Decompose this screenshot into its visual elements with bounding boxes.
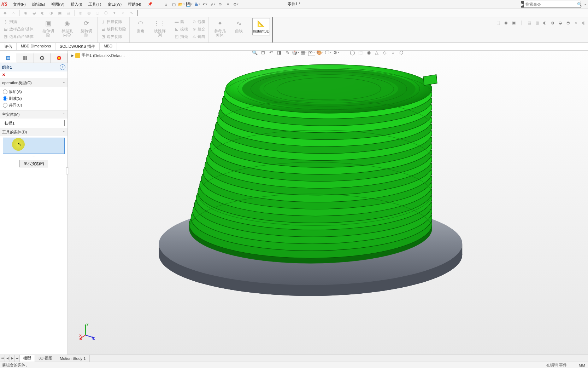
panel-flyout-handle[interactable]: [66, 167, 69, 174]
tool-bodies-listbox[interactable]: [3, 138, 65, 154]
hide-show-icon[interactable]: 👁: [308, 51, 315, 56]
sweep-button[interactable]: ⟆扫描: [2, 18, 35, 25]
graphics-viewport[interactable]: ▶ 零件1 (Default<<Defau... 🔍 ⊡ ↶ ◨ ✎ 🎲 ▦ 👁…: [68, 51, 588, 355]
menu-edit[interactable]: 编辑(E): [29, 0, 48, 8]
hud-icon-d[interactable]: △: [373, 51, 380, 56]
fillet-button[interactable]: ◠圆角: [132, 18, 149, 34]
save-icon[interactable]: 💾: [186, 1, 193, 7]
radio-common[interactable]: 共同(C): [3, 102, 65, 109]
open-icon[interactable]: 📂: [178, 1, 185, 7]
menu-view[interactable]: 视图(V): [48, 0, 67, 8]
intersect-button[interactable]: ⊗相交: [190, 25, 206, 33]
rt-icon-4[interactable]: │: [518, 19, 525, 26]
hud-icon-g[interactable]: ⬡: [398, 51, 405, 56]
draft-button[interactable]: ◣拔模: [173, 25, 189, 33]
menu-tools[interactable]: 工具(T): [86, 0, 104, 8]
tab-nav-prev[interactable]: ◀: [5, 355, 10, 362]
section-view-icon[interactable]: ◨: [276, 51, 283, 56]
tab-motion-study[interactable]: Motion Study 1: [56, 355, 89, 362]
show-preview-button[interactable]: 显示预览(P): [19, 160, 48, 167]
search-scope-icon[interactable]: ▶: [521, 1, 524, 7]
view-settings-icon[interactable]: ⚙: [333, 51, 340, 56]
rt-icon-2[interactable]: ◉: [502, 19, 510, 26]
cancel-icon[interactable]: ✕: [2, 73, 7, 77]
help-icon[interactable]: ?: [60, 64, 65, 70]
tab-model[interactable]: 模型: [20, 355, 35, 362]
mirror-button[interactable]: ⧊镜向: [190, 33, 206, 40]
tb-icon-12[interactable]: ⬡: [102, 10, 110, 16]
pm-top-handle[interactable]: ⋯: [0, 51, 67, 53]
rt-icon-10[interactable]: ◓: [565, 19, 572, 26]
shell-button[interactable]: ◰抽壳: [173, 33, 189, 40]
hud-icon-a[interactable]: ◯: [349, 51, 356, 56]
breadcrumb[interactable]: ▶ 零件1 (Default<<Defau...: [71, 53, 125, 58]
breadcrumb-config[interactable]: (Default<<Defau...: [93, 53, 125, 58]
status-units[interactable]: MM: [579, 363, 585, 367]
menu-window[interactable]: 窗口(W): [105, 0, 125, 8]
rt-icon-9[interactable]: ◒: [557, 19, 564, 26]
hud-icon-b[interactable]: ⬚: [357, 51, 364, 56]
tb-icon-1[interactable]: ◆: [1, 10, 8, 16]
tb-icon-5[interactable]: ◐: [39, 10, 46, 16]
edit-appearance-icon[interactable]: 🎨: [316, 51, 323, 56]
tab-nav-next[interactable]: ▶: [10, 355, 15, 362]
rt-icon-6[interactable]: ▥: [534, 19, 541, 26]
rt-icon-12[interactable]: ◎: [580, 19, 587, 26]
pm-tab-config[interactable]: [17, 53, 34, 63]
ref-geom-button[interactable]: ✦参考几何体: [211, 18, 229, 39]
menu-insert[interactable]: 插入(I): [68, 0, 85, 8]
tab-evaluate[interactable]: 评估: [0, 43, 17, 50]
menu-file[interactable]: 文件(F): [10, 0, 29, 8]
tb-icon-3[interactable]: ◉: [22, 10, 29, 16]
search-dropdown-icon[interactable]: ▾: [583, 3, 587, 6]
hole-wizard-button[interactable]: ◉异型孔向导: [58, 18, 76, 39]
search-box[interactable]: ▶ 🔍 ▾: [521, 1, 581, 8]
prev-view-icon[interactable]: ↶: [267, 51, 275, 56]
wrap-button[interactable]: ⊙包覆: [190, 18, 206, 25]
tb-icon-8[interactable]: ▤: [65, 10, 72, 16]
search-input[interactable]: [524, 2, 576, 6]
options-list-icon[interactable]: ≡: [225, 1, 231, 7]
zoom-area-icon[interactable]: ⊡: [259, 51, 266, 56]
curves-button[interactable]: ∿曲线: [230, 18, 248, 34]
breadcrumb-part[interactable]: 零件1: [82, 53, 92, 58]
rebuild-icon[interactable]: ⟳: [217, 1, 224, 7]
rt-icon-1[interactable]: ⬚: [495, 19, 502, 26]
tb-icon-15[interactable]: ∿: [128, 10, 135, 16]
home-icon[interactable]: ⌂: [163, 1, 169, 7]
tb-icon-6[interactable]: ◑: [48, 10, 55, 16]
listbox-handle[interactable]: ⋯: [3, 155, 65, 158]
tab-3d-view[interactable]: 3D 视图: [35, 355, 56, 362]
loft-button[interactable]: ⬓放样凸台/基体: [2, 25, 35, 33]
tab-nav-first[interactable]: ⏮: [0, 355, 5, 362]
rt-icon-8[interactable]: ◑: [549, 19, 556, 26]
rt-icon-11[interactable]: ○: [572, 19, 580, 26]
tab-sw-addins[interactable]: SOLIDWORKS 插件: [55, 43, 100, 50]
boundary-button[interactable]: ⬔边界凸台/基体: [2, 33, 35, 40]
pm-tab-feature[interactable]: [0, 53, 17, 63]
tb-icon-10[interactable]: ◍: [86, 10, 93, 16]
menu-pin-icon[interactable]: 📌: [145, 0, 155, 8]
radio-add[interactable]: 添加(A): [3, 88, 65, 95]
pm-section-type-header[interactable]: operation类型(O) ⌃: [0, 79, 67, 87]
pm-section-main-header[interactable]: 主实体(M) ⌃: [0, 110, 67, 119]
rt-icon-5[interactable]: ▤: [526, 19, 533, 26]
rib-button[interactable]: ▬筋: [173, 18, 189, 25]
display-style-icon[interactable]: ▦: [300, 51, 307, 56]
view-orient-icon[interactable]: 🎲: [292, 51, 299, 56]
tb-icon-4[interactable]: ◒: [31, 10, 38, 16]
rt-icon-3[interactable]: ▣: [510, 19, 517, 26]
settings-icon[interactable]: ⚙: [233, 1, 239, 7]
radio-subtract[interactable]: 删减(S): [3, 95, 65, 102]
tb-icon-9[interactable]: ◎: [77, 10, 84, 16]
tb-icon-11[interactable]: ◌: [94, 10, 101, 16]
hud-icon-e[interactable]: ◇: [381, 51, 388, 56]
zoom-fit-icon[interactable]: 🔍: [251, 51, 258, 56]
instant3d-button[interactable]: 📐Instant3D: [252, 18, 270, 35]
select-icon[interactable]: ⬀: [210, 1, 216, 7]
tab-mbd-dimensions[interactable]: MBD Dimensions: [17, 43, 55, 50]
tb-icon-2[interactable]: ○: [10, 10, 17, 16]
revolve-cut-button[interactable]: ⟳旋转切除: [77, 18, 95, 39]
tab-nav-last[interactable]: ⏭: [15, 355, 20, 362]
undo-icon[interactable]: ↶: [202, 1, 208, 7]
